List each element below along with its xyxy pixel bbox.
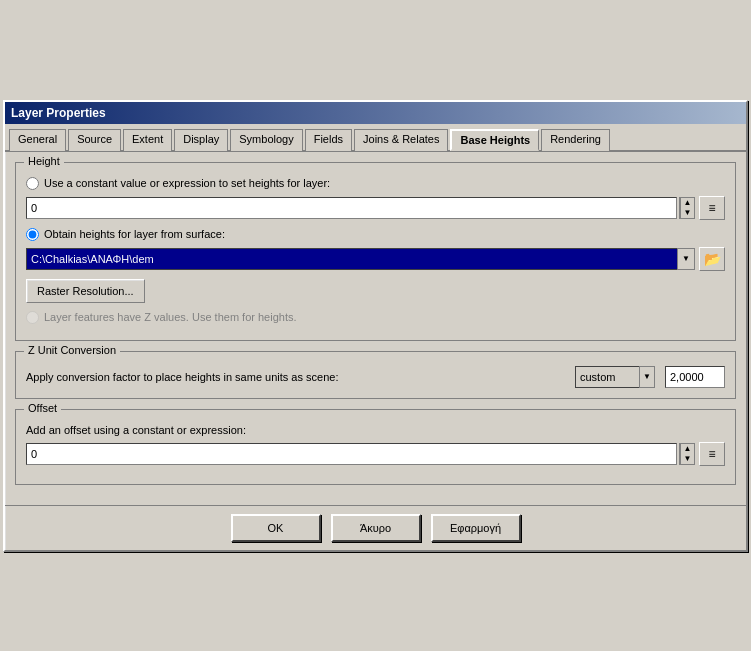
offset-label: Add an offset using a constant or expres… bbox=[26, 424, 246, 436]
offset-spin-up-btn[interactable]: ▲ bbox=[680, 444, 694, 454]
radio-z-values-label: Layer features have Z values. Use them f… bbox=[44, 311, 297, 323]
tab-fields[interactable]: Fields bbox=[305, 129, 352, 151]
expression-icon-1: ≡ bbox=[708, 201, 715, 215]
radio-surface-row: Obtain heights for layer from surface: bbox=[26, 228, 725, 241]
constant-value-row: ▲ ▼ ≡ bbox=[26, 196, 725, 220]
z-unit-dropdown-display[interactable]: custom bbox=[575, 366, 639, 388]
radio-surface-label: Obtain heights for layer from surface: bbox=[44, 228, 225, 240]
tab-joins-relates[interactable]: Joins & Relates bbox=[354, 129, 448, 151]
offset-group-title: Offset bbox=[24, 402, 61, 414]
radio-surface[interactable] bbox=[26, 228, 39, 241]
tab-extent[interactable]: Extent bbox=[123, 129, 172, 151]
z-unit-label: Apply conversion factor to place heights… bbox=[26, 371, 569, 383]
window-title: Layer Properties bbox=[11, 106, 106, 120]
ok-button[interactable]: OK bbox=[231, 514, 321, 542]
z-unit-dropdown-btn[interactable]: ▼ bbox=[639, 366, 655, 388]
z-unit-group-title: Z Unit Conversion bbox=[24, 344, 120, 356]
radio-z-values-row: Layer features have Z values. Use them f… bbox=[26, 311, 725, 324]
offset-group: Offset Add an offset using a constant or… bbox=[15, 409, 736, 485]
apply-button[interactable]: Εφαρμογή bbox=[431, 514, 521, 542]
cancel-button[interactable]: Άκυρο bbox=[331, 514, 421, 542]
offset-value-row: ▲ ▼ ≡ bbox=[26, 442, 725, 466]
expression-btn-2[interactable]: ≡ bbox=[699, 442, 725, 466]
tab-general[interactable]: General bbox=[9, 129, 66, 151]
spin-down-btn[interactable]: ▼ bbox=[680, 208, 694, 218]
z-unit-row: Apply conversion factor to place heights… bbox=[26, 366, 725, 388]
title-bar: Layer Properties bbox=[5, 102, 746, 124]
tab-base-heights[interactable]: Base Heights bbox=[450, 129, 539, 151]
tab-rendering[interactable]: Rendering bbox=[541, 129, 610, 151]
surface-combo: C:\Chalkias\ΑΝΑΦΗ\dem ▼ bbox=[26, 248, 695, 270]
folder-icon: 📂 bbox=[704, 251, 721, 267]
height-group: Height Use a constant value or expressio… bbox=[15, 162, 736, 341]
tabs-bar: General Source Extent Display Symbology … bbox=[5, 124, 746, 152]
radio-constant-row: Use a constant value or expression to se… bbox=[26, 177, 725, 190]
layer-properties-window: Layer Properties General Source Extent D… bbox=[3, 100, 748, 552]
radio-constant-label: Use a constant value or expression to se… bbox=[44, 177, 330, 189]
tab-symbology[interactable]: Symbology bbox=[230, 129, 302, 151]
constant-value-spin: ▲ ▼ bbox=[679, 197, 695, 219]
constant-value-input[interactable] bbox=[26, 197, 677, 219]
browse-folder-btn[interactable]: 📂 bbox=[699, 247, 725, 271]
z-numeric-value-input[interactable] bbox=[665, 366, 725, 388]
dropdown-arrow-icon: ▼ bbox=[682, 254, 690, 263]
raster-resolution-btn[interactable]: Raster Resolution... bbox=[26, 279, 145, 303]
expression-icon-2: ≡ bbox=[708, 447, 715, 461]
surface-path-display[interactable]: C:\Chalkias\ΑΝΑΦΗ\dem bbox=[26, 248, 677, 270]
z-unit-combo: custom ▼ bbox=[575, 366, 655, 388]
surface-dropdown-btn[interactable]: ▼ bbox=[677, 248, 695, 270]
expression-btn-1[interactable]: ≡ bbox=[699, 196, 725, 220]
raster-btn-row: Raster Resolution... bbox=[26, 279, 725, 303]
offset-spin-down-btn[interactable]: ▼ bbox=[680, 454, 694, 464]
height-group-title: Height bbox=[24, 155, 64, 167]
surface-path-row: C:\Chalkias\ΑΝΑΦΗ\dem ▼ 📂 bbox=[26, 247, 725, 271]
offset-value-input[interactable] bbox=[26, 443, 677, 465]
z-unit-group: Z Unit Conversion Apply conversion facto… bbox=[15, 351, 736, 399]
offset-spin: ▲ ▼ bbox=[679, 443, 695, 465]
tab-display[interactable]: Display bbox=[174, 129, 228, 151]
radio-z-values[interactable] bbox=[26, 311, 39, 324]
radio-constant[interactable] bbox=[26, 177, 39, 190]
spin-up-btn[interactable]: ▲ bbox=[680, 198, 694, 208]
z-dropdown-arrow-icon: ▼ bbox=[643, 372, 651, 381]
bottom-buttons: OK Άκυρο Εφαρμογή bbox=[5, 505, 746, 550]
tab-content: Height Use a constant value or expressio… bbox=[5, 152, 746, 505]
tab-source[interactable]: Source bbox=[68, 129, 121, 151]
